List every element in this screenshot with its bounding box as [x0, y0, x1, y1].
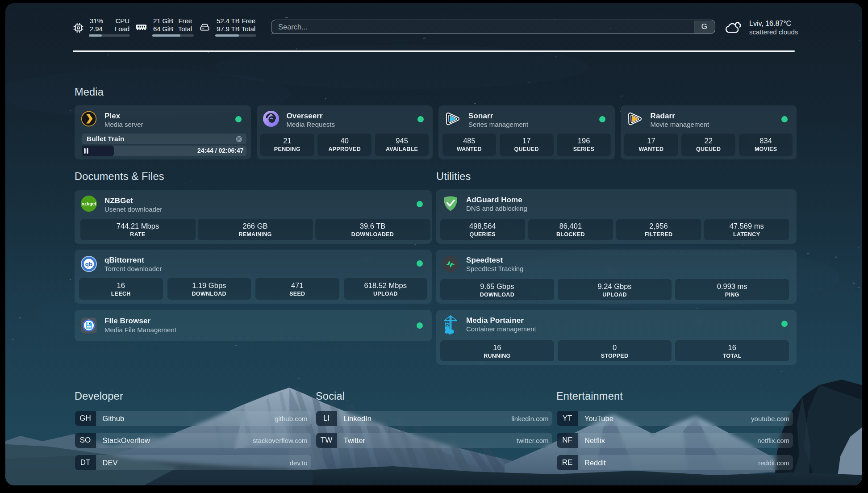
- svg-text:qb: qb: [85, 260, 93, 267]
- svg-text:nzbget: nzbget: [82, 201, 97, 206]
